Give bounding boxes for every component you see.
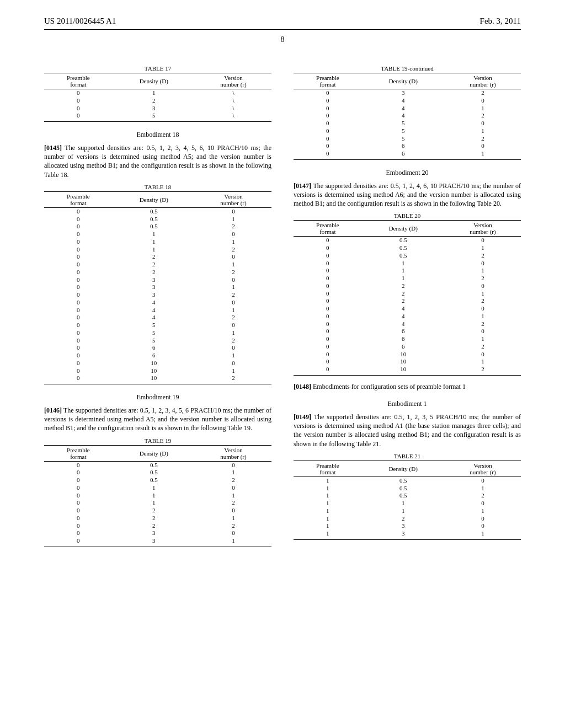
table-cell: 1	[445, 150, 521, 159]
table-17-caption: TABLE 17	[44, 65, 271, 72]
table-cell: 2	[195, 477, 271, 484]
table-cell: 0	[44, 231, 113, 238]
table-20: PreambleformatDensity (D)Versionnumber (…	[294, 220, 521, 376]
table-row: 041	[44, 307, 271, 314]
table-row: 042	[44, 314, 271, 322]
table-cell: 4	[113, 307, 195, 314]
table-cell: 0	[44, 223, 113, 231]
table-cell: 0.5	[113, 207, 195, 215]
table-row: 00.51	[44, 469, 271, 477]
table-cell: 2	[195, 291, 271, 299]
table-cell: 0	[44, 97, 113, 105]
table-cell: 0	[445, 500, 521, 507]
paragraph-number: [0147]	[294, 182, 311, 190]
table-row: 040	[44, 299, 271, 307]
table-cell: 1	[362, 260, 445, 267]
table-cell: 3	[113, 529, 195, 537]
table-cell: 2	[113, 507, 195, 515]
table-row: 020	[294, 282, 521, 290]
table-cell: 1	[294, 500, 362, 507]
table-row: 040	[294, 305, 521, 313]
table-cell: 2	[445, 343, 521, 351]
table-row: 00.52	[44, 477, 271, 484]
table-row: 062	[294, 343, 521, 351]
table-cell: 1	[195, 307, 271, 314]
table-cell: 0	[195, 484, 271, 492]
table-row: 041	[294, 105, 521, 113]
table-header: Preambleformat	[44, 191, 113, 207]
table-header: Preambleformat	[44, 73, 113, 89]
table-cell: 5	[362, 127, 445, 135]
table-cell: 0.5	[362, 477, 445, 484]
table-cell: 2	[195, 499, 271, 507]
table-cell: 1	[294, 485, 362, 493]
table-cell: 2	[195, 314, 271, 322]
table-cell: 1	[195, 469, 271, 477]
table-cell: 0.5	[362, 244, 445, 252]
table-header: Density (D)	[362, 73, 445, 89]
table-cell: 3	[362, 522, 445, 530]
table-cell: 1	[445, 530, 521, 539]
table-cell: 10	[362, 366, 445, 375]
table-cell: 1	[195, 367, 271, 375]
table-cell: 1	[113, 484, 195, 492]
paragraph-number: [0149]	[294, 413, 311, 421]
table-cell: 0	[44, 367, 113, 375]
table-row: 00.50	[294, 237, 521, 244]
table-20-caption: TABLE 20	[294, 212, 521, 219]
table-cell: 5	[113, 337, 195, 345]
table-cell: 0	[44, 291, 113, 299]
table-cell: 0	[294, 112, 362, 120]
table-cell: 0	[44, 246, 113, 254]
table-row: 0101	[294, 358, 521, 366]
table-cell: 0	[445, 142, 521, 150]
table-row: 011	[44, 492, 271, 500]
table-header: Preambleformat	[294, 221, 362, 237]
table-row: 030	[44, 276, 271, 284]
header-rule	[44, 29, 521, 30]
table-header: Versionnumber (r)	[195, 445, 271, 461]
table-row: 042	[294, 112, 521, 120]
table-cell: 0	[294, 142, 362, 150]
table-cell: 2	[195, 269, 271, 276]
paragraph-text: The supported densities are: 0.5, 1, 2, …	[294, 413, 521, 448]
table-cell: 0.5	[362, 485, 445, 493]
table-cell: 0	[294, 313, 362, 320]
paragraph-number: [0148]	[294, 383, 311, 390]
table-cell: 0	[44, 105, 113, 113]
table-row: 05\	[44, 112, 271, 121]
table-row: 040	[294, 97, 521, 105]
table-cell: 1	[445, 358, 521, 366]
table-cell: 0	[44, 352, 113, 360]
table-row: 042	[294, 320, 521, 328]
table-cell: 0	[294, 335, 362, 343]
table-cell: 4	[362, 313, 445, 320]
embodiment-18-title: Embodiment 18	[44, 131, 271, 139]
table-cell: 2	[113, 269, 195, 276]
table-cell: 6	[113, 352, 195, 360]
table-header: Density (D)	[362, 221, 445, 237]
table-cell: 2	[445, 366, 521, 375]
table-header: Preambleformat	[294, 461, 362, 477]
table-cell: 0.5	[113, 461, 195, 469]
table-row: 052	[44, 337, 271, 345]
table-row: 03\	[44, 105, 271, 113]
table-cell: 0	[445, 522, 521, 530]
table-row: 022	[294, 297, 521, 305]
table-cell: 0.5	[362, 237, 445, 244]
table-cell: 3	[113, 105, 195, 113]
table-cell: 4	[362, 112, 445, 120]
table-cell: 1	[445, 313, 521, 320]
table-cell: 2	[113, 261, 195, 269]
table-row: 050	[44, 322, 271, 329]
paragraph-text: The supported densities are: 0.5, 1, 2, …	[294, 182, 521, 207]
paragraph-0145: [0145] The supported densities are: 0.5,…	[44, 143, 271, 179]
paragraph-0147: [0147] The supported densities are: 0.5,…	[294, 181, 521, 208]
table-cell: 0	[44, 360, 113, 367]
table-row: 060	[294, 328, 521, 335]
table-cell: 1	[113, 238, 195, 246]
table-cell: 2	[113, 97, 195, 105]
table-cell: 0	[195, 507, 271, 515]
table-row: 011	[44, 238, 271, 246]
table-cell: 0	[44, 112, 113, 121]
